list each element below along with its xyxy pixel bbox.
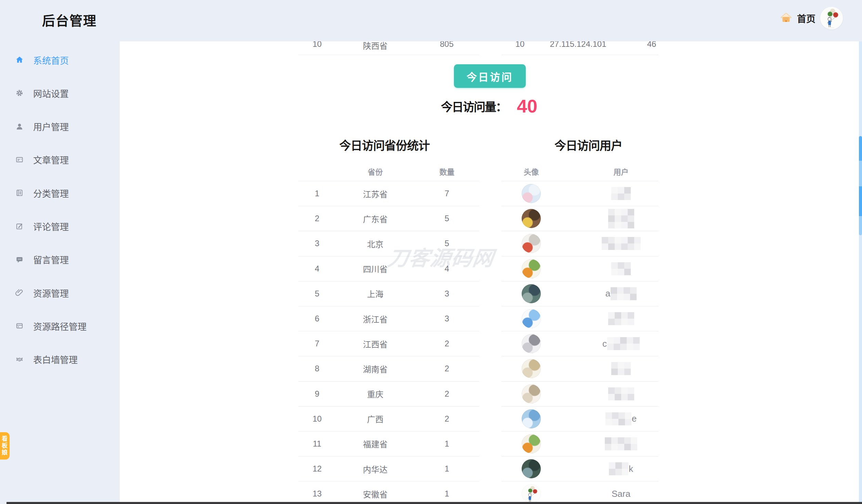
sidebar-item-label: 用户管理 <box>33 120 69 133</box>
users-table-row <box>501 431 658 456</box>
partial-ip-count: 46 <box>647 41 656 49</box>
today-visits-button[interactable]: 今日访问 <box>454 64 526 88</box>
candy-icon <box>15 355 24 364</box>
avatar-cell <box>501 184 561 203</box>
row-province: 上海 <box>336 288 415 300</box>
username-visible-letter: k <box>629 464 633 474</box>
user-avatar[interactable] <box>820 7 843 29</box>
row-count: 5 <box>415 239 479 248</box>
header-avatar: 头像 <box>501 166 561 177</box>
row-rank: 2 <box>298 214 336 223</box>
sidebar-item-category-mgmt[interactable]: 分类管理 <box>15 185 107 201</box>
home-label: 首页 <box>797 12 815 25</box>
username-cell: k <box>561 462 658 475</box>
avatar-cell <box>501 259 561 278</box>
province-table-row: 4四川省4 <box>298 256 479 281</box>
partial-province-name: 陕西省 <box>363 41 388 51</box>
province-table-row: 5上海3 <box>298 281 479 306</box>
province-section-title: 今日访问省份统计 <box>339 136 430 153</box>
row-count: 1 <box>415 464 479 474</box>
sidebar-item-resource-path[interactable]: 资源路径管理 <box>15 318 107 334</box>
username-cell <box>561 262 658 275</box>
row-province: 江西省 <box>336 338 415 350</box>
province-table-row: 9重庆2 <box>298 381 479 406</box>
users-table-row: a <box>501 281 658 306</box>
avatar-cell <box>501 434 561 453</box>
row-count: 3 <box>415 289 479 299</box>
username-cell: e <box>561 412 658 425</box>
sidebar-item-confession-wall[interactable]: 表白墙管理 <box>15 351 107 368</box>
sidebar-item-label: 网站设置 <box>33 87 69 100</box>
topbar-right: 首页 <box>779 7 843 29</box>
username-cell <box>561 187 658 200</box>
sidebar-item-label: 系统首页 <box>33 54 69 66</box>
row-count: 5 <box>415 214 479 223</box>
username-pixelated-mask <box>608 387 634 400</box>
username-pixelated-mask <box>608 312 634 325</box>
username-cell <box>561 237 658 250</box>
partial-ip-addr: 27.115.124.101 <box>550 41 606 49</box>
row-province: 广东省 <box>336 213 415 225</box>
row-rank: 8 <box>298 364 336 373</box>
row-count: 1 <box>415 489 479 499</box>
province-table: 省份 数量 1江苏省72广东省53北京54四川省45上海36浙江省37江西省28… <box>298 161 479 504</box>
username-text: Sara <box>612 489 630 499</box>
users-table-row: k <box>501 456 658 481</box>
sidebar-item-user-mgmt[interactable]: 用户管理 <box>15 118 107 135</box>
today-visits-value: 40 <box>517 95 537 117</box>
avatar-cell <box>501 309 561 328</box>
users-table-row: c <box>501 331 658 356</box>
user-avatar-image <box>522 484 541 503</box>
avatar-cell <box>501 234 561 253</box>
sidebar-item-system-home[interactable]: 系统首页 <box>15 52 107 68</box>
sidebar-item-site-settings[interactable]: 网站设置 <box>15 85 107 101</box>
row-province: 重庆 <box>336 388 415 400</box>
sidebar-item-comment-mgmt[interactable]: 评论管理 <box>15 218 107 235</box>
app-title: 后台管理 <box>42 10 97 29</box>
sidebar-item-label: 评论管理 <box>33 220 69 233</box>
row-count: 7 <box>415 189 479 198</box>
bottom-edge-bar <box>6 502 862 504</box>
row-rank: 11 <box>298 439 336 449</box>
today-visits-label: 今日访问量： <box>441 98 507 115</box>
paperclip-icon <box>15 288 24 297</box>
username-visible-letter: a <box>605 288 610 299</box>
row-rank: 4 <box>298 264 336 274</box>
home-link[interactable]: 首页 <box>779 11 815 25</box>
row-count: 2 <box>415 414 479 424</box>
province-table-row: 2广东省5 <box>298 206 479 231</box>
province-table-row: 10广西2 <box>298 406 479 431</box>
users-table-row <box>501 381 658 406</box>
row-count: 2 <box>415 364 479 373</box>
table-divider <box>298 55 479 55</box>
kanban-girl-badge[interactable]: 看板娘 <box>0 432 10 460</box>
user-avatar-image <box>522 284 541 303</box>
row-province: 福建省 <box>336 438 415 450</box>
app-root: 后台管理 首页 系统首页网站设置用户管理文章管理分类管理评论管理留言管理资源管理… <box>0 0 862 504</box>
username-visible-letter: e <box>632 413 637 424</box>
home-icon <box>15 55 24 64</box>
row-rank: 7 <box>298 339 336 348</box>
users-table-row <box>501 306 658 331</box>
scrollbar-track[interactable] <box>859 41 862 502</box>
username-visible-letter: c <box>602 339 607 349</box>
username-pixelated-mask <box>607 337 640 350</box>
users-table-row <box>501 356 658 381</box>
scrollbar-thumb[interactable] <box>859 136 862 235</box>
row-rank: 3 <box>298 239 336 248</box>
province-table-row: 7江西省2 <box>298 331 479 356</box>
users-table-row <box>501 206 658 231</box>
sidebar-item-article-mgmt[interactable]: 文章管理 <box>15 151 107 168</box>
username-pixelated-mask <box>605 437 637 450</box>
sidebar-item-label: 表白墙管理 <box>33 353 78 366</box>
gear-icon <box>15 89 24 97</box>
province-table-row: 13安徽省1 <box>298 481 479 504</box>
partial-province-rank: 10 <box>313 41 322 49</box>
sidebar-item-message-mgmt[interactable]: 留言管理 <box>15 251 107 268</box>
username-cell <box>561 437 658 450</box>
username-pixelated-mask <box>611 287 637 300</box>
card-icon <box>15 321 24 330</box>
row-rank: 5 <box>298 289 336 299</box>
sidebar-item-resource-mgmt[interactable]: 资源管理 <box>15 284 107 301</box>
article-icon <box>15 155 24 164</box>
